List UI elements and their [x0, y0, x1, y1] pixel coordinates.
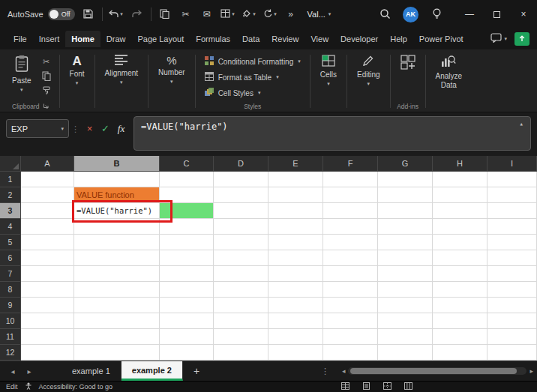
- cell-E4[interactable]: [268, 219, 323, 235]
- autosave-control[interactable]: AutoSave Off: [8, 8, 75, 20]
- column-header-H[interactable]: H: [433, 156, 488, 172]
- cell-B4[interactable]: [74, 219, 160, 235]
- menu-tab-data[interactable]: Data: [236, 31, 266, 47]
- column-header-C[interactable]: C: [160, 156, 214, 172]
- column-header-B[interactable]: B: [74, 156, 160, 172]
- cell-H12[interactable]: [433, 345, 488, 361]
- row-header-9[interactable]: 9: [0, 298, 21, 313]
- tab-options-icon[interactable]: ⋮: [321, 367, 329, 376]
- cell-F4[interactable]: [323, 219, 378, 235]
- prev-sheet-button[interactable]: ◂: [6, 367, 20, 376]
- cut-ribbon-button[interactable]: ✂: [40, 56, 53, 67]
- cell-G2[interactable]: [378, 187, 433, 203]
- row-header-3[interactable]: 3: [0, 203, 21, 219]
- dialog-launcher-icon[interactable]: [43, 103, 49, 110]
- undo-button[interactable]: ▾: [109, 4, 124, 24]
- maximize-button[interactable]: [483, 0, 510, 28]
- cell-G5[interactable]: [378, 235, 433, 250]
- cell-F7[interactable]: [323, 266, 378, 282]
- menu-tab-power-pivot[interactable]: Power Pivot: [413, 31, 470, 47]
- cell-D2[interactable]: [214, 187, 268, 203]
- cell-C12[interactable]: [160, 345, 214, 361]
- cell-I8[interactable]: [488, 282, 537, 298]
- select-all-corner[interactable]: [0, 156, 21, 172]
- formula-input[interactable]: =VALUE("harrie") ▴: [134, 116, 531, 151]
- cell-A11[interactable]: [21, 329, 74, 345]
- search-button[interactable]: [377, 4, 392, 24]
- cell-G1[interactable]: [378, 172, 433, 187]
- cell-C11[interactable]: [160, 329, 214, 345]
- tips-button[interactable]: [429, 4, 444, 24]
- cell-C4[interactable]: [160, 219, 214, 235]
- cell-C7[interactable]: [160, 266, 214, 282]
- cell-B9[interactable]: [74, 298, 160, 313]
- menu-tab-formulas[interactable]: Formulas: [190, 31, 236, 47]
- cell-D6[interactable]: [214, 250, 268, 266]
- row-header-6[interactable]: 6: [0, 250, 21, 266]
- cell-A3[interactable]: [21, 203, 74, 219]
- enter-button[interactable]: ✓: [98, 119, 113, 138]
- menu-tab-home[interactable]: Home: [65, 31, 100, 47]
- cell-G11[interactable]: [378, 329, 433, 345]
- cell-G3[interactable]: [378, 203, 433, 219]
- cell-I12[interactable]: [488, 345, 537, 361]
- cell-G4[interactable]: [378, 219, 433, 235]
- format-painter-button[interactable]: [40, 86, 53, 97]
- cell-E8[interactable]: [268, 282, 323, 298]
- scroll-right-icon[interactable]: ▸: [530, 367, 533, 375]
- cell-E12[interactable]: [268, 345, 323, 361]
- cell-I2[interactable]: [488, 187, 537, 203]
- cell-B8[interactable]: [74, 282, 160, 298]
- column-header-E[interactable]: E: [268, 156, 323, 172]
- cell-F9[interactable]: [323, 298, 378, 313]
- cell-C1[interactable]: [160, 172, 214, 187]
- column-header-G[interactable]: G: [378, 156, 433, 172]
- insert-function-button[interactable]: fx: [113, 119, 129, 138]
- cell-B5[interactable]: [74, 235, 160, 250]
- cell-G7[interactable]: [378, 266, 433, 282]
- cell-F1[interactable]: [323, 172, 378, 187]
- cell-A5[interactable]: [21, 235, 74, 250]
- cell-C9[interactable]: [160, 298, 214, 313]
- comments-button[interactable]: ▾: [490, 32, 507, 46]
- cell-D4[interactable]: [214, 219, 268, 235]
- cell-F11[interactable]: [323, 329, 378, 345]
- next-sheet-button[interactable]: ▸: [22, 367, 36, 376]
- autosave-toggle[interactable]: Off: [48, 8, 75, 20]
- cell-H9[interactable]: [433, 298, 488, 313]
- cell-H8[interactable]: [433, 282, 488, 298]
- cell-I11[interactable]: [488, 329, 537, 345]
- cell-B6[interactable]: [74, 250, 160, 266]
- cell-A2[interactable]: [21, 187, 74, 203]
- cell-I1[interactable]: [488, 172, 537, 187]
- row-header-8[interactable]: 8: [0, 282, 21, 298]
- menu-tab-file[interactable]: File: [8, 31, 33, 47]
- avatar[interactable]: AK: [403, 7, 418, 22]
- cell-G12[interactable]: [378, 345, 433, 361]
- collapse-formula-bar-icon[interactable]: ▴: [520, 120, 524, 127]
- cell-C5[interactable]: [160, 235, 214, 250]
- row-header-12[interactable]: 12: [0, 345, 21, 361]
- share-button[interactable]: [514, 32, 530, 46]
- cell-G10[interactable]: [378, 313, 433, 329]
- cell-A7[interactable]: [21, 266, 74, 282]
- number-group-button[interactable]: % Number ▾: [154, 52, 189, 87]
- row-header-2[interactable]: 2: [0, 187, 21, 203]
- cell-E11[interactable]: [268, 329, 323, 345]
- analyze-data-button[interactable]: AnalyzeData: [432, 52, 466, 92]
- cell-H7[interactable]: [433, 266, 488, 282]
- row-header-11[interactable]: 11: [0, 329, 21, 345]
- cell-F6[interactable]: [323, 250, 378, 266]
- cell-I7[interactable]: [488, 266, 537, 282]
- column-header-A[interactable]: A: [21, 156, 74, 172]
- menu-tab-insert[interactable]: Insert: [33, 31, 66, 47]
- quick-access-overflow-button[interactable]: »: [284, 4, 298, 24]
- scrollbar-thumb[interactable]: [350, 368, 517, 374]
- sheet-tab-example-2[interactable]: example 2: [122, 361, 183, 381]
- column-header-D[interactable]: D: [214, 156, 268, 172]
- menu-tab-help[interactable]: Help: [384, 31, 413, 47]
- cell-A6[interactable]: [21, 250, 74, 266]
- cell-D5[interactable]: [214, 235, 268, 250]
- cell-G6[interactable]: [378, 250, 433, 266]
- cell-H10[interactable]: [433, 313, 488, 329]
